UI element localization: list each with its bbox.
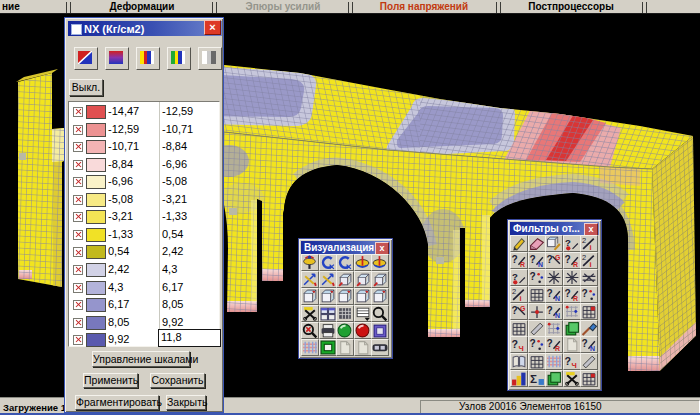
svg-text:?: ? bbox=[565, 355, 572, 367]
svg-text:?: ? bbox=[582, 288, 588, 299]
svg-text:i: i bbox=[590, 260, 592, 268]
svg-text:Ч: Ч bbox=[571, 361, 576, 369]
svg-text:R: R bbox=[520, 261, 525, 268]
svg-text:2: 2 bbox=[582, 254, 586, 263]
svg-text:2: 2 bbox=[582, 237, 586, 246]
svg-text:N: N bbox=[590, 345, 595, 352]
svg-text:?: ? bbox=[547, 338, 553, 349]
svg-text:?: ? bbox=[530, 271, 536, 282]
svg-text:?: ? bbox=[512, 271, 518, 282]
svg-text:?: ? bbox=[547, 305, 553, 316]
svg-text:i: i bbox=[590, 243, 592, 251]
svg-text:?: ? bbox=[565, 237, 571, 248]
svg-text:?: ? bbox=[530, 338, 536, 349]
svg-text:?: ? bbox=[582, 338, 588, 349]
svg-text:R: R bbox=[573, 295, 578, 302]
svg-text:Ч: Ч bbox=[518, 344, 523, 352]
svg-text:G: G bbox=[520, 306, 525, 313]
svg-text:i: i bbox=[520, 294, 522, 302]
svg-text:?: ? bbox=[565, 254, 571, 265]
svg-text:?: ? bbox=[530, 254, 536, 265]
svg-text:N: N bbox=[555, 312, 560, 319]
svg-text:Σ: Σ bbox=[530, 372, 537, 385]
svg-text:?: ? bbox=[512, 338, 519, 350]
svg-text:R: R bbox=[555, 345, 560, 352]
svg-text:N: N bbox=[555, 295, 560, 302]
svg-text:?: ? bbox=[565, 288, 571, 299]
svg-text:R: R bbox=[573, 261, 578, 268]
svg-text:2: 2 bbox=[512, 288, 516, 297]
svg-text:N: N bbox=[538, 261, 543, 268]
svg-text:?: ? bbox=[547, 254, 553, 265]
svg-text:?: ? bbox=[512, 254, 518, 265]
svg-text:G: G bbox=[555, 255, 560, 262]
svg-text:?: ? bbox=[512, 305, 518, 316]
svg-text:?: ? bbox=[547, 288, 553, 299]
